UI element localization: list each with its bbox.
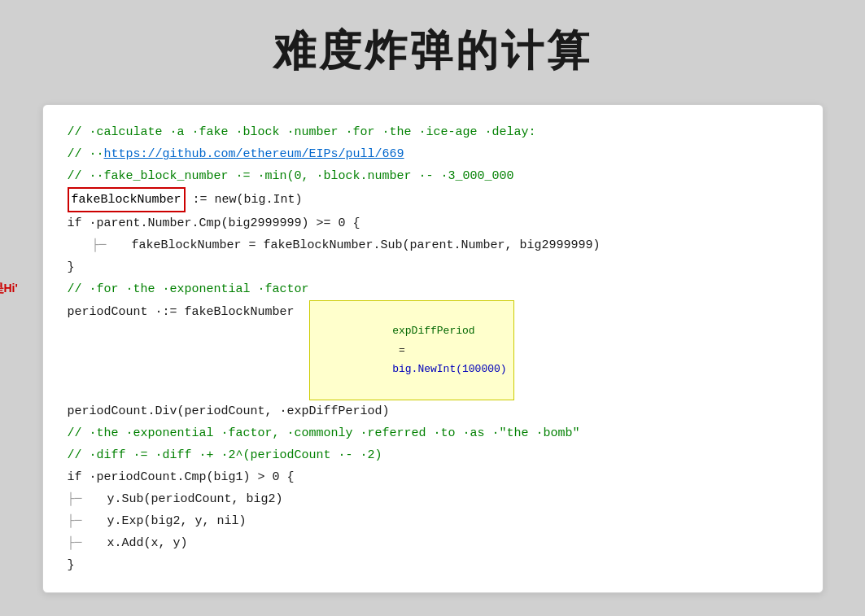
code-line-6-text: fakeBlockNumber = fakeBlockNumber.Sub(pa… xyxy=(110,234,601,256)
code-line-17: } xyxy=(68,554,798,576)
code-line-14-text: y.Sub(periodCount, big2) xyxy=(85,488,283,510)
code-line-13: if ·periodCount.Cmp(big1) > 0 { xyxy=(68,466,798,488)
code-line-4: fakeBlockNumber := new(big.Int) xyxy=(68,187,798,212)
code-line-5-text: if ·parent.Number.Cmp(big2999999) >= 0 { xyxy=(68,212,360,234)
code-line-16-text: x.Add(x, y) xyxy=(85,532,188,554)
code-line-4-rest: := new(big.Int) xyxy=(186,189,303,211)
code-line-7-text: } xyxy=(68,256,75,278)
page-title: 难度炸弹的计算 xyxy=(273,23,592,80)
code-line-11: // ·the ·exponential ·factor, ·commonly … xyxy=(68,422,798,444)
comment-3: // ··fake_block_number ·= ·min(0, ·block… xyxy=(68,165,514,187)
code-line-14: ├─ y.Sub(periodCount, big2) xyxy=(68,488,798,510)
code-line-2: // ··https://github.com/ethereum/EIPs/pu… xyxy=(68,143,798,165)
highlighted-var: fakeBlockNumber xyxy=(68,187,186,212)
code-line-10: periodCount.Div(periodCount, ·expDiffPer… xyxy=(68,400,798,422)
code-block: // ·calculate ·a ·fake ·block ·number ·f… xyxy=(68,121,798,576)
code-line-7: } xyxy=(68,256,798,278)
tooltip-blue: big.NewInt(100000) xyxy=(392,363,506,375)
side-label: 就是Hi' xyxy=(0,282,18,296)
code-line-13-text: if ·periodCount.Cmp(big1) > 0 { xyxy=(68,466,295,488)
code-line-16: ├─ x.Add(x, y) xyxy=(68,532,798,554)
code-line-15-text: y.Exp(big2, y, nil) xyxy=(85,510,247,532)
tooltip-green: expDiffPeriod xyxy=(392,325,474,337)
code-line-9-prefix: periodCount ·:= fakeBlockNumber xyxy=(68,301,309,323)
comment-2-prefix: // ·· xyxy=(68,143,104,165)
indent-arrow-2: ├─ xyxy=(68,488,82,510)
main-container: 难度炸弹的计算 就是Hi' // ·calculate ·a ·fake ·bl… xyxy=(34,23,832,593)
code-line-12: // ·diff ·= ·diff ·+ ·2^(periodCount ·- … xyxy=(68,444,798,466)
tooltip-box: expDiffPeriod = big.NewInt(100000) xyxy=(309,300,514,400)
github-link[interactable]: https://github.com/ethereum/EIPs/pull/66… xyxy=(104,143,404,165)
code-line-8: // ·for ·the ·exponential ·factor xyxy=(68,278,798,300)
indent-arrow-3: ├─ xyxy=(68,510,82,532)
code-area: // ·calculate ·a ·fake ·block ·number ·f… xyxy=(42,104,823,593)
code-line-5: if ·parent.Number.Cmp(big2999999) >= 0 { xyxy=(68,212,798,234)
code-line-9: periodCount ·:= fakeBlockNumber expDiffP… xyxy=(68,300,798,400)
comment-11: // ·the ·exponential ·factor, ·commonly … xyxy=(68,422,580,444)
code-line-1: // ·calculate ·a ·fake ·block ·number ·f… xyxy=(68,121,798,143)
indent-arrow-4: ├─ xyxy=(68,532,82,554)
comment-8: // ·for ·the ·exponential ·factor xyxy=(68,278,309,300)
indent-arrow-1: ├─ xyxy=(92,234,107,256)
code-line-3: // ··fake_block_number ·= ·min(0, ·block… xyxy=(68,165,798,187)
code-line-15: ├─ y.Exp(big2, y, nil) xyxy=(68,510,798,532)
code-line-10-text: periodCount.Div(periodCount, ·expDiffPer… xyxy=(68,400,390,422)
tooltip-equals: = xyxy=(392,344,411,356)
comment-12: // ·diff ·= ·diff ·+ ·2^(periodCount ·- … xyxy=(68,444,382,466)
code-line-6: ├─ fakeBlockNumber = fakeBlockNumber.Sub… xyxy=(68,234,798,256)
comment-1: // ·calculate ·a ·fake ·block ·number ·f… xyxy=(68,121,536,143)
code-line-17-text: } xyxy=(68,554,75,576)
